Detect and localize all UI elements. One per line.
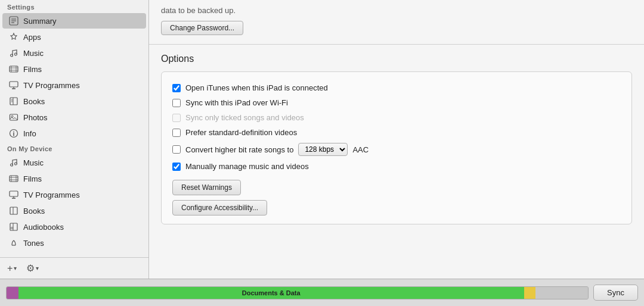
configure-accessibility-button[interactable]: Configure Accessibility... [172,200,267,216]
action-buttons: Reset Warnings Configure Accessibility..… [172,180,621,216]
chevron-down-small-icon: ▾ [36,265,39,271]
option-sync-wifi: Sync with this iPad over Wi-Fi [172,95,621,110]
svg-rect-34 [10,207,17,214]
sidebar-music-device-label: Music [23,158,44,167]
svg-point-20 [11,115,13,117]
option-sync-ticked: Sync only ticked songs and videos [172,110,621,125]
sidebar-tv-label: TV Programmes [23,81,80,90]
options-box: Open iTunes when this iPad is connected … [161,71,632,224]
sidebar-item-photos[interactable]: Photos [2,110,146,125]
prefer-sd-checkbox[interactable] [172,129,181,137]
bottom-bar: Documents & Data Sync [0,279,644,306]
convert-bitrate-checkbox[interactable] [172,145,181,154]
storage-segment-purple [7,287,18,299]
sidebar-footer: + ▾ ⚙ ▾ [0,257,148,279]
sync-wifi-checkbox[interactable] [172,99,181,107]
sidebar-films-device-label: Films [23,174,42,183]
sync-button[interactable]: Sync [593,285,638,301]
books-icon [8,96,19,107]
svg-rect-31 [10,191,18,196]
svg-rect-14 [10,98,17,105]
sidebar-summary-label: Summary [23,17,57,26]
info-icon [8,128,19,139]
backup-text: data to be backed up. [161,6,632,15]
sidebar-scroll: Settings Summary [0,0,148,257]
music-device-icon [8,157,19,168]
settings-gear-button[interactable]: ⚙ ▾ [24,261,41,275]
sidebar-item-tv-device[interactable]: TV Programmes [2,187,146,202]
tv-icon [8,80,19,90]
sidebar-tv-device-label: TV Programmes [23,191,80,199]
open-itunes-label[interactable]: Open iTunes when this iPad is connected [185,83,328,92]
sidebar-item-books[interactable]: Books [2,93,146,109]
reset-warnings-button[interactable]: Reset Warnings [172,180,241,195]
sidebar-item-tones-device[interactable]: Tones [2,235,146,251]
sidebar-books-device-label: Books [23,207,45,216]
settings-section-header: Settings [0,0,148,13]
svg-point-23 [13,131,14,132]
svg-rect-26 [10,176,18,182]
content-area: data to be backed up. Change Password...… [149,0,644,279]
music-icon [8,48,19,58]
audiobooks-device-icon [8,221,19,232]
sidebar-item-music-device[interactable]: Music [2,155,146,170]
sidebar-music-label: Music [23,49,44,58]
bitrate-select[interactable]: 128 kbps 192 kbps 256 kbps 320 kbps [298,143,348,156]
sidebar-photos-label: Photos [23,113,47,122]
photos-icon [8,112,19,123]
sidebar-item-films-device[interactable]: Films [2,171,146,186]
option-prefer-sd: Prefer standard-definition videos [172,125,621,140]
sync-wifi-label[interactable]: Sync with this iPad over Wi-Fi [185,98,288,107]
prefer-sd-label[interactable]: Prefer standard-definition videos [185,128,297,137]
option-convert-bitrate: Convert higher bit rate songs to 128 kbp… [172,140,621,159]
open-itunes-checkbox[interactable] [172,84,181,92]
sidebar-item-books-device[interactable]: Books [2,203,146,218]
storage-segment-green: Documents & Data [18,287,524,299]
svg-rect-11 [10,82,18,87]
storage-segment-yellow [524,287,536,299]
apps-icon [8,32,19,42]
manually-manage-label[interactable]: Manually manage music and videos [185,162,309,171]
sidebar-item-audiobooks-device[interactable]: Audiobooks [2,219,146,235]
chevron-down-icon: ▾ [14,265,17,271]
films-device-icon [8,173,19,184]
sync-ticked-label[interactable]: Sync only ticked songs and videos [185,113,304,122]
svg-rect-36 [10,223,17,230]
sidebar-item-info[interactable]: Info [2,126,146,141]
sidebar-books-label: Books [23,97,45,106]
tv-device-icon [8,189,19,200]
sidebar-item-tv[interactable]: TV Programmes [2,77,146,93]
sidebar-item-summary[interactable]: Summary [2,13,146,29]
manually-manage-checkbox[interactable] [172,163,181,171]
bitrate-format-label: AAC [352,145,369,154]
storage-label: Documents & Data [239,289,304,296]
books-device-icon [8,205,19,216]
change-password-button[interactable]: Change Password... [161,21,243,35]
storage-bar: Documents & Data [6,286,589,299]
sidebar-item-films[interactable]: Films [2,61,146,77]
summary-icon [8,15,19,26]
sidebar-tones-device-label: Tones [23,239,44,248]
sidebar-audiobooks-device-label: Audiobooks [23,223,64,232]
on-device-section-header: On My Device [0,142,148,154]
sidebar-item-apps[interactable]: Apps [2,29,146,45]
tones-device-icon [8,238,19,248]
sidebar-info-label: Info [23,129,36,138]
option-open-itunes: Open iTunes when this iPad is connected [172,80,621,95]
sidebar-item-music[interactable]: Music [2,45,146,61]
svg-rect-6 [10,66,18,72]
sidebar-films-label: Films [23,65,42,74]
storage-segment-empty [535,287,588,299]
option-manually-manage: Manually manage music and videos [172,159,621,174]
films-icon [8,64,19,74]
sync-ticked-checkbox[interactable] [172,114,181,122]
sidebar-apps-label: Apps [23,33,41,42]
top-section: data to be backed up. Change Password... [149,0,644,45]
svg-point-38 [11,227,13,229]
gear-icon: ⚙ [26,263,35,274]
add-button[interactable]: + ▾ [5,262,19,275]
add-icon: + [7,263,13,274]
convert-bitrate-label[interactable]: Convert higher bit rate songs to [185,145,293,154]
sidebar: Settings Summary [0,0,149,279]
options-section: Options Open iTunes when this iPad is co… [149,45,644,233]
